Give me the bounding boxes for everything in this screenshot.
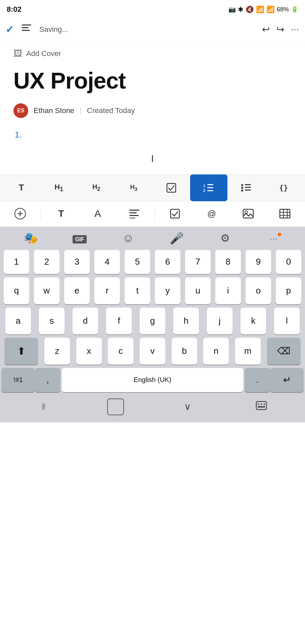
key-r[interactable]: r	[94, 277, 120, 304]
key-4[interactable]: 4	[94, 250, 120, 274]
more-keyboard-button[interactable]: ···	[262, 233, 286, 244]
key-7[interactable]: 7	[185, 250, 211, 274]
checkbox-insert-button[interactable]	[158, 201, 193, 226]
list-item-1[interactable]: 1.	[15, 130, 292, 140]
key-3[interactable]: 3	[64, 250, 90, 274]
toolbar-separator-1	[41, 207, 41, 220]
key-v[interactable]: v	[140, 338, 165, 365]
numbered-list-format-button[interactable]: 1 2	[190, 174, 228, 201]
author-name: Ethan Stone	[34, 106, 74, 115]
keyboard-q-row: q w e r t y u i o p	[0, 276, 305, 306]
plus-button[interactable]	[3, 201, 38, 226]
code-format-button[interactable]: {}	[265, 174, 303, 201]
key-8[interactable]: 8	[215, 250, 241, 274]
key-j[interactable]: j	[207, 308, 232, 334]
key-q[interactable]: q	[4, 277, 29, 304]
shift-key[interactable]: ⬆	[4, 338, 38, 365]
key-0[interactable]: 0	[276, 250, 301, 274]
author-separator: |	[80, 106, 82, 115]
emoji-button[interactable]: ☺	[117, 231, 140, 245]
key-h[interactable]: h	[173, 308, 199, 334]
key-c[interactable]: c	[108, 338, 133, 365]
svg-rect-33	[264, 404, 265, 405]
add-cover-label: Add Cover	[26, 49, 61, 58]
backspace-key[interactable]: ⌫	[267, 338, 301, 365]
microphone-button[interactable]: 🎤	[165, 231, 188, 245]
checkbox-format-button[interactable]	[152, 174, 190, 201]
keyboard-bottom-row: !#1 , English (UK) . ↵	[0, 366, 305, 395]
h2-format-button[interactable]: H2	[78, 174, 115, 201]
keyboard-z-row: ⬆ z x c v b n m ⌫	[0, 336, 305, 366]
key-a[interactable]: a	[5, 308, 31, 334]
back-button[interactable]: ⫴	[34, 401, 54, 412]
key-y[interactable]: y	[155, 277, 180, 304]
undo-button[interactable]: ↩	[262, 24, 270, 35]
comma-key[interactable]: ,	[35, 368, 60, 392]
check-button[interactable]: ✓	[5, 23, 14, 35]
keyboard-toggle-button[interactable]	[251, 401, 271, 413]
table-button[interactable]	[267, 201, 302, 226]
key-g[interactable]: g	[140, 308, 165, 334]
key-o[interactable]: o	[246, 277, 271, 304]
key-d[interactable]: d	[73, 308, 98, 334]
key-i[interactable]: i	[215, 277, 241, 304]
redo-button[interactable]: ↪	[276, 24, 284, 35]
font-size-button[interactable]: A	[80, 201, 116, 226]
document-title[interactable]: UX Project	[13, 68, 292, 93]
key-2[interactable]: 2	[34, 250, 59, 274]
text-format-button[interactable]: T	[3, 174, 40, 201]
document-area: 🖼 Add Cover UX Project ES Ethan Stone | …	[0, 42, 305, 174]
text-style-button[interactable]: T	[44, 201, 79, 226]
h1-format-button[interactable]: H1	[40, 174, 78, 201]
key-5[interactable]: 5	[125, 250, 150, 274]
toolbar-left: ✓ Saving...	[5, 23, 262, 35]
key-z[interactable]: z	[44, 338, 70, 365]
align-button[interactable]	[117, 201, 152, 226]
key-1[interactable]: 1	[4, 250, 29, 274]
home-button[interactable]	[107, 398, 124, 415]
image-button[interactable]	[231, 201, 266, 226]
key-s[interactable]: s	[39, 308, 64, 334]
svg-text:1: 1	[203, 184, 205, 188]
key-f[interactable]: f	[106, 308, 132, 334]
bullet-list-format-button[interactable]	[227, 174, 265, 201]
svg-rect-32	[261, 404, 262, 405]
key-x[interactable]: x	[76, 338, 102, 365]
key-n[interactable]: n	[203, 338, 229, 365]
down-arrow-button[interactable]: ∨	[178, 401, 198, 412]
keyboard-number-row: 1 2 3 4 5 6 7 8 9 0	[0, 248, 305, 276]
svg-rect-17	[20, 211, 21, 216]
status-bar: 8:02 📷 ✱ 🔇 📶 📶 68% 🔋	[0, 0, 305, 17]
spacebar-key[interactable]: English (UK)	[62, 368, 243, 392]
svg-point-11	[241, 190, 243, 192]
mention-button[interactable]: @	[194, 201, 229, 226]
key-6[interactable]: 6	[155, 250, 180, 274]
key-m[interactable]: m	[235, 338, 261, 365]
gif-button[interactable]: GIF	[68, 233, 91, 244]
cursor-area: I	[13, 140, 292, 168]
key-e[interactable]: e	[64, 277, 90, 304]
key-u[interactable]: u	[185, 277, 211, 304]
key-k[interactable]: k	[241, 308, 266, 334]
key-9[interactable]: 9	[246, 250, 271, 274]
battery-level: 68%	[277, 6, 289, 13]
emoji-sticker-button[interactable]: 🎭	[19, 231, 43, 245]
key-t[interactable]: t	[125, 277, 150, 304]
svg-point-10	[241, 187, 243, 189]
enter-key[interactable]: ↵	[270, 368, 304, 392]
h3-format-button[interactable]: H3	[115, 174, 153, 201]
svg-rect-20	[129, 215, 139, 216]
settings-button[interactable]: ⚙	[214, 232, 237, 245]
key-b[interactable]: b	[172, 338, 197, 365]
key-w[interactable]: w	[34, 277, 59, 304]
bottom-navigation: ⫴ ∨	[0, 395, 305, 422]
outline-button[interactable]	[21, 23, 32, 35]
add-cover-row[interactable]: 🖼 Add Cover	[13, 48, 292, 59]
text-cursor: I	[151, 153, 154, 164]
key-l[interactable]: l	[274, 308, 300, 334]
period-key[interactable]: .	[245, 368, 270, 392]
keyboard-area: 🎭 GIF ☺ 🎤 ⚙ ··· 1 2 3 4 5	[0, 227, 305, 422]
symbols-key[interactable]: !#1	[1, 368, 35, 392]
key-p[interactable]: p	[276, 277, 301, 304]
more-options-button[interactable]: ⋯	[291, 25, 300, 34]
